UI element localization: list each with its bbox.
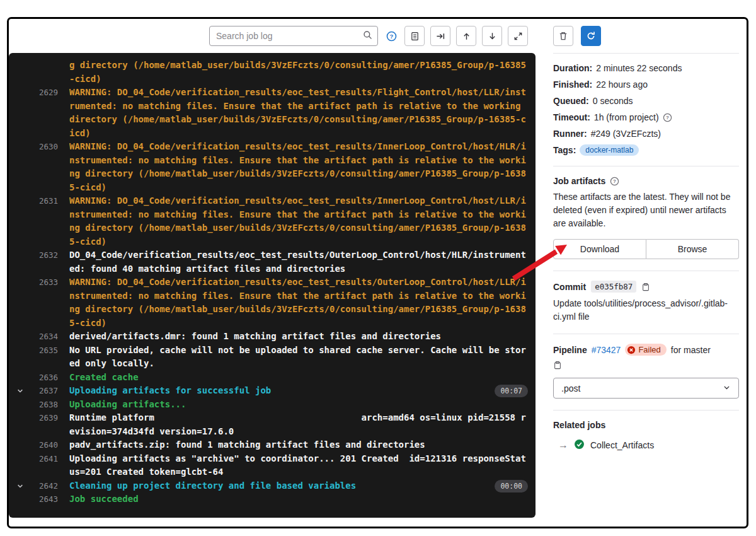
job-details: Duration:2 minutes 22 secondsFinished:22… (553, 54, 739, 166)
artifacts-description: These artifacts are the latest. They wil… (553, 190, 739, 230)
raw-log-icon[interactable] (404, 26, 425, 46)
detail-value: #249 (3VzEFczts) (591, 129, 661, 139)
detail-label: Finished: (553, 79, 592, 90)
log-line: 2629WARNING: DO_04_Code/verification_res… (9, 86, 528, 140)
log-line-number[interactable]: 2630 (32, 140, 58, 154)
log-line-number[interactable]: 2629 (32, 86, 58, 100)
chevron-spacer (9, 86, 32, 89)
detail-label: Queued: (553, 96, 589, 106)
search-icon (363, 30, 372, 42)
log-line-number[interactable]: 2643 (32, 492, 58, 506)
log-line-text: derived/artifacts.dmr: found 1 matching … (58, 330, 528, 344)
svg-text:?: ? (389, 32, 393, 39)
log-line-number[interactable]: 2638 (32, 398, 58, 412)
log-line: 2634derived/artifacts.dmr: found 1 match… (9, 330, 528, 344)
log-line-number[interactable]: 2631 (32, 194, 58, 208)
log-line: g directory (/home/matlab_user/builds/3V… (9, 59, 528, 86)
job-log-panel: ? g directory (/home/matlab_user/builds/… (9, 19, 536, 527)
job-artifacts-title-row: Job artifacts ? (553, 176, 739, 186)
commit-sha[interactable]: e035fb87 (591, 281, 636, 293)
log-line: 2631WARNING: DO_04_Code/verification_res… (9, 194, 528, 248)
chevron-spacer (9, 438, 32, 441)
sidebar-toolbar (553, 19, 739, 53)
log-line-text: No URL provided, cache will not be uploa… (58, 344, 528, 371)
chevron-down-icon (723, 383, 731, 393)
detail-label: Tags: (553, 145, 576, 155)
job-page-frame: ? g directory (/home/matlab_user/builds/… (7, 17, 748, 528)
job-detail-row: Tags:docker-matlab (553, 142, 739, 158)
log-lines: g directory (/home/matlab_user/builds/3V… (9, 59, 528, 506)
pipeline-id-link[interactable]: #73427 (592, 345, 621, 355)
detail-value: 22 hours ago (596, 79, 648, 90)
log-line-text: WARNING: DO_04_Code/verification_results… (58, 140, 528, 194)
log-line-number[interactable]: 2636 (32, 371, 58, 385)
job-detail-row: Runner:#249 (3VzEFczts) (553, 125, 739, 142)
log-line: 2633WARNING: DO_04_Code/verification_res… (9, 276, 528, 330)
pipeline-status-badge: Failed (625, 344, 666, 356)
log-line: 2640padv_artifacts.zip: found 1 matching… (9, 438, 528, 452)
download-button[interactable]: Download (553, 239, 646, 259)
log-line-text: WARNING: DO_04_Code/verification_results… (58, 276, 528, 330)
log-line: 2635No URL provided, cache will not be u… (9, 344, 528, 371)
log-line-text: Created cache (58, 371, 528, 385)
help-icon[interactable]: ? (663, 113, 672, 122)
log-line-number[interactable]: 2635 (32, 344, 58, 358)
search-box (209, 26, 378, 46)
chevron-spacer (9, 344, 32, 347)
job-log: g directory (/home/matlab_user/builds/3V… (9, 53, 536, 518)
log-line: 2636Created cache (9, 371, 528, 385)
related-job-link[interactable]: Collect_Artifacts (590, 440, 654, 450)
fullscreen-icon[interactable] (508, 26, 528, 46)
chevron-spacer (9, 398, 32, 401)
erase-job-log-button[interactable] (553, 26, 573, 46)
artifacts-help-icon[interactable]: ? (610, 177, 619, 186)
stage-dropdown[interactable]: .post (553, 378, 739, 399)
log-line-number[interactable]: 2640 (32, 438, 58, 452)
log-line-number[interactable]: 2634 (32, 330, 58, 344)
svg-text:?: ? (613, 178, 616, 184)
pipeline-ref-text: for master (671, 345, 711, 355)
copy-commit-sha-icon[interactable] (641, 283, 650, 291)
x-circle-icon (627, 346, 636, 354)
log-line-text: Uploading artifacts as "archive" to coor… (58, 452, 528, 479)
log-line-text: Job succeeded (58, 492, 528, 506)
scroll-bottom-icon[interactable] (482, 26, 502, 46)
log-line-number[interactable]: 2632 (32, 248, 58, 262)
commit-message: Update tools/utilities/process_advisor/.… (553, 297, 739, 323)
chevron-spacer (9, 371, 32, 374)
log-line-number[interactable]: 2639 (32, 411, 58, 425)
job-detail-row: Queued:0 seconds (553, 93, 739, 109)
tag-badge: docker-matlab (580, 144, 639, 156)
search-help-icon[interactable]: ? (384, 28, 399, 44)
sidebar-divider (553, 334, 739, 334)
log-line-number[interactable]: 2641 (32, 452, 58, 466)
detail-value: 2 minutes 22 seconds (596, 63, 682, 73)
log-line: 2638Uploading artifacts... (9, 398, 528, 412)
chevron-down-icon[interactable] (9, 479, 32, 490)
browse-button[interactable]: Browse (646, 239, 739, 259)
log-line: 2639Runtime platform arch=amd64 os=linux… (9, 411, 528, 438)
svg-text:?: ? (666, 115, 669, 120)
log-line: 2642Cleaning up project directory and fi… (9, 479, 528, 493)
section-duration-badge: 00:00 (495, 480, 528, 492)
sidebar-divider (553, 166, 739, 166)
scroll-top-icon[interactable] (456, 26, 476, 46)
scroll-to-failure-icon[interactable] (430, 26, 450, 46)
log-line: 2637Uploading artifacts for successful j… (9, 384, 528, 398)
log-line-number[interactable]: 2633 (32, 276, 58, 289)
related-jobs-title: Related jobs (553, 420, 739, 430)
chevron-down-icon[interactable] (9, 384, 32, 395)
copy-ref-row (553, 361, 739, 371)
sidebar-divider (553, 410, 739, 411)
chevron-spacer (9, 140, 32, 143)
chevron-spacer (9, 492, 32, 496)
log-line-number[interactable]: 2637 (32, 384, 58, 398)
copy-ref-icon[interactable] (553, 361, 562, 370)
log-line-number[interactable]: 2642 (32, 479, 58, 493)
job-detail-row: Timeout:1h (from project)? (553, 109, 739, 125)
log-line: 2641Uploading artifacts as "archive" to … (9, 452, 528, 479)
retry-job-button[interactable] (581, 26, 601, 46)
search-input[interactable] (216, 31, 363, 41)
commit-row: Commit e035fb87 (553, 281, 739, 293)
chevron-spacer (9, 59, 32, 62)
